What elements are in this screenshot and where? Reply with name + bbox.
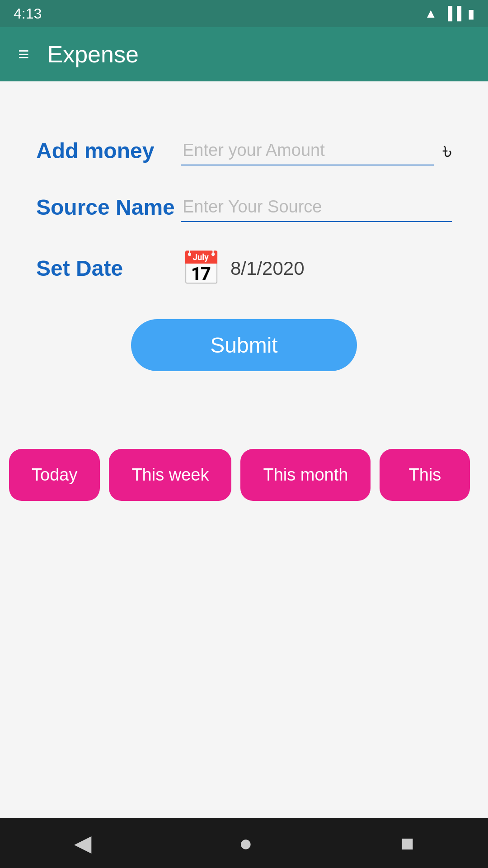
source-input-container: [181, 193, 452, 222]
set-date-label: Set Date: [36, 256, 181, 281]
filter-tab-this-partial[interactable]: This: [380, 449, 470, 501]
back-icon[interactable]: ◀: [74, 830, 91, 856]
signal-icon: ▐▐: [443, 6, 461, 21]
amount-input-container: ৳: [181, 136, 452, 165]
source-name-row: Source Name: [36, 193, 452, 222]
amount-input[interactable]: [181, 136, 434, 165]
main-content: Add money ৳ Source Name Set Date 📅 8/1/2…: [0, 81, 488, 818]
filter-tab-today[interactable]: Today: [9, 449, 100, 501]
battery-icon: ▮: [468, 6, 474, 21]
source-name-label: Source Name: [36, 195, 181, 220]
status-icons: ▲ ▐▐ ▮: [425, 6, 474, 21]
currency-symbol: ৳: [443, 137, 452, 165]
date-value: 8/1/2020: [230, 258, 305, 279]
app-title: Expense: [47, 41, 139, 68]
status-time: 4:13: [14, 5, 42, 22]
filter-tab-this-month[interactable]: This month: [240, 449, 371, 501]
wifi-icon: ▲: [425, 6, 437, 21]
add-money-label: Add money: [36, 138, 181, 163]
submit-container: Submit: [36, 319, 452, 371]
form-area: Add money ৳ Source Name Set Date 📅 8/1/2…: [0, 81, 488, 435]
submit-button[interactable]: Submit: [131, 319, 357, 371]
source-input[interactable]: [181, 193, 452, 222]
menu-icon[interactable]: ≡: [18, 43, 29, 65]
nav-bar: ◀ ● ■: [0, 818, 488, 868]
add-money-row: Add money ৳: [36, 136, 452, 165]
set-date-row: Set Date 📅 8/1/2020: [36, 249, 452, 288]
recent-apps-icon[interactable]: ■: [400, 830, 414, 856]
filter-tab-this-week[interactable]: This week: [109, 449, 231, 501]
status-bar: 4:13 ▲ ▐▐ ▮: [0, 0, 488, 27]
content-spacer: [0, 510, 488, 819]
filter-tabs: Today This week This month This: [0, 435, 488, 510]
calendar-icon[interactable]: 📅: [181, 249, 221, 288]
app-bar: ≡ Expense: [0, 27, 488, 81]
home-icon[interactable]: ●: [239, 830, 253, 856]
date-picker-container[interactable]: 📅 8/1/2020: [181, 249, 305, 288]
